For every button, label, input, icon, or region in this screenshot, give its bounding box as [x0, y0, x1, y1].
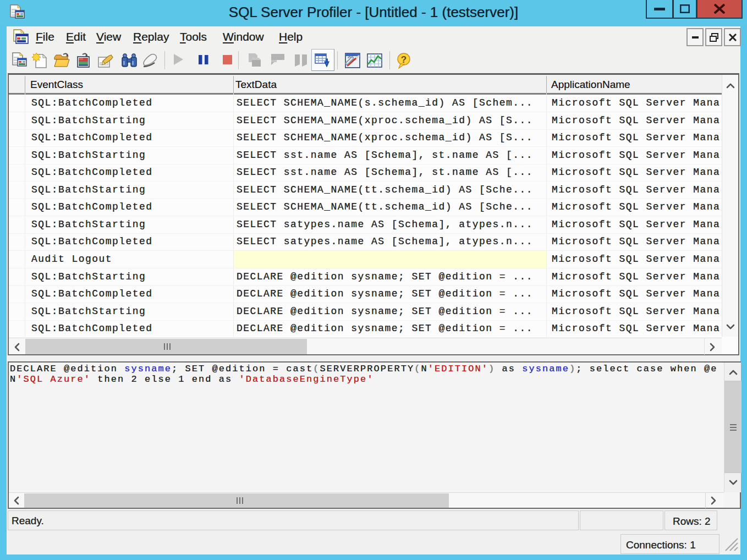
svg-text:?: ? — [401, 54, 407, 65]
